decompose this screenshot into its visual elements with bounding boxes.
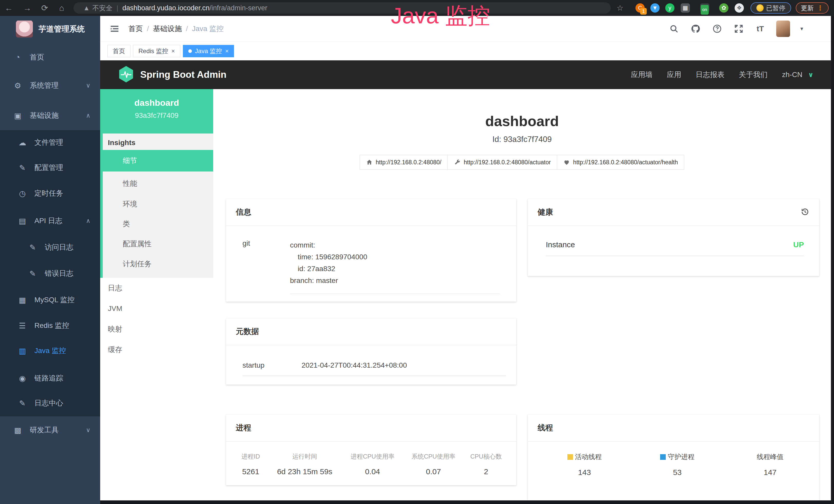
git-key: git [242, 239, 290, 294]
close-icon[interactable]: × [171, 47, 175, 55]
url-host[interactable]: dashboard.yudao.iocoder.cn [123, 4, 210, 12]
github-icon[interactable] [690, 23, 701, 35]
menu-item-metrics[interactable]: 性能 [103, 173, 213, 194]
sidebar-item-system[interactable]: ⚙ 系统管理 ∨ [0, 75, 100, 96]
threads-card-title: 线程 [537, 422, 553, 433]
font-size-icon[interactable]: tT [755, 23, 766, 35]
menu-item-classes[interactable]: 类 [103, 214, 213, 234]
profile-emoji-icon [756, 4, 764, 12]
sidebar-item-java-monitor[interactable]: ▥ Java 监控 [0, 340, 100, 361]
scrollbar[interactable] [831, 16, 834, 504]
menu-item-logging[interactable]: 日志 [100, 278, 213, 298]
insights-label: Insights [108, 136, 135, 150]
bookmark-star-icon[interactable]: ☆ [614, 2, 626, 14]
help-icon[interactable] [711, 23, 723, 35]
forward-icon[interactable]: → [22, 2, 33, 14]
sidebar-item-dev-tools[interactable]: ▩ 研发工具 ∨ [0, 420, 100, 440]
menu-item-jvm[interactable]: JVM [100, 298, 213, 319]
health-card: 健康 Instance UP [528, 199, 819, 276]
edit-icon: ✎ [17, 163, 28, 172]
sidebar-item-redis[interactable]: ☰ Redis 监控 [0, 315, 100, 336]
page-instance-id: Id: 93a3fc7f7409 [213, 135, 831, 144]
url-path[interactable]: /infra/admin-server [210, 4, 267, 12]
profile-paused-chip[interactable]: 已暂停 [750, 2, 791, 14]
language-caret-icon[interactable]: ∨ [808, 71, 813, 79]
sidebar-item-tracing[interactable]: ◉ 链路追踪 [0, 368, 100, 388]
back-icon[interactable]: ← [3, 2, 14, 14]
eye-icon: ◉ [17, 374, 28, 383]
sidebar-item-mysql[interactable]: ▦ MySQL 监控 [0, 290, 100, 310]
reload-icon[interactable]: ⟳ [39, 2, 50, 14]
chevron-down-icon: ∨ [86, 82, 90, 89]
tab-label: Java 监控 [195, 47, 222, 55]
sba-nav-about[interactable]: 关于我们 [739, 70, 768, 79]
security-label[interactable]: 不安全 [92, 4, 112, 13]
on-badge: on [701, 5, 709, 15]
sidebar-item-label: 研发工具 [30, 425, 59, 435]
breadcrumb-infra[interactable]: 基础设施 [153, 24, 182, 33]
health-url-button[interactable]: http://192.168.0.2:48080/actuator/health [557, 155, 684, 170]
actuator-url-button[interactable]: http://192.168.0.2:48080/actuator [447, 155, 557, 170]
process-card-title: 进程 [236, 422, 251, 433]
sba-logo-icon [119, 66, 134, 84]
chrome-update-button[interactable]: 更新 ⋮ [796, 2, 829, 14]
pin-extension-icon[interactable]: ▼ [650, 3, 660, 13]
browser-toolbar: ← → ⟳ ⌂ ▲ 不安全 | dashboard.yudao.iocoder.… [0, 0, 834, 16]
sidebar-item-jobs[interactable]: ◷ 定时任务 [0, 183, 100, 204]
menu-item-scheduled-tasks[interactable]: 计划任务 [103, 254, 213, 274]
tab-java-monitor[interactable]: Java 监控 × [183, 45, 234, 57]
sidebar-item-api-log[interactable]: ▤ API 日志 ∧ [0, 210, 100, 231]
menu-item-mappings[interactable]: 映射 [100, 319, 213, 339]
leaf-extension-icon[interactable]: ✿ [719, 3, 728, 13]
sba-nav-applications[interactable]: 应用 [667, 70, 681, 79]
screen: ← → ⟳ ⌂ ▲ 不安全 | dashboard.yudao.iocoder.… [0, 0, 834, 504]
home-icon[interactable]: ⌂ [56, 2, 67, 14]
sba-nav-journal[interactable]: 日志报表 [696, 70, 725, 79]
health-instance-label: Instance [546, 240, 575, 249]
sba-nav-wallboard[interactable]: 应用墙 [631, 70, 653, 79]
sba-brand[interactable]: Spring Boot Admin [140, 69, 226, 80]
extension-orange-icon[interactable]: C 1 [635, 3, 645, 13]
sidebar-item-infra[interactable]: ▣ 基础设施 ∧ [0, 105, 100, 126]
user-avatar[interactable] [776, 21, 790, 37]
row-divider [546, 256, 804, 256]
browser-menu-icon[interactable]: ⋮ [817, 4, 824, 12]
service-url-button[interactable]: http://192.168.0.2:48080/ [359, 155, 448, 170]
heart-icon [563, 159, 570, 166]
app-logo [16, 21, 33, 38]
sidebar-item-files[interactable]: ☁ 文件管理 [0, 132, 100, 153]
user-menu-caret-icon[interactable]: ▾ [800, 25, 803, 32]
tab-redis-monitor[interactable]: Redis 监控 × [133, 45, 180, 57]
sba-nav-language[interactable]: zh-CN [782, 71, 803, 79]
menu-item-environment[interactable]: 环境 [103, 194, 213, 214]
menu-item-caches[interactable]: 缓存 [100, 339, 213, 360]
live-threads-value: 143 [538, 468, 631, 477]
menu-item-details[interactable]: 细节 [103, 150, 213, 171]
tab-home[interactable]: 首页 [107, 45, 130, 57]
breadcrumb-home[interactable]: 首页 [128, 24, 143, 33]
fullscreen-icon[interactable] [733, 23, 744, 35]
sidebar-item-log-center[interactable]: ✎ 日志中心 [0, 393, 100, 413]
puzzle-extensions-icon[interactable]: ❖ [734, 3, 744, 13]
sidebar-item-error-log[interactable]: ✎ 错误日志 [0, 263, 100, 284]
note-edit-icon: ✎ [27, 243, 38, 252]
sidebar-item-config[interactable]: ✎ 配置管理 [0, 157, 100, 178]
tabs-extension-icon[interactable]: ☰ on [700, 3, 709, 13]
close-icon[interactable]: × [225, 47, 228, 55]
health-instance-row[interactable]: Instance UP [528, 226, 819, 249]
address-bar[interactable]: ▲ 不安全 | dashboard.yudao.iocoder.cn/infra… [73, 2, 611, 14]
grid-extension-icon[interactable]: ▦ [681, 3, 690, 13]
search-icon[interactable] [668, 23, 680, 35]
breadcrumb: 首页 / 基础设施 / Java 监控 [128, 16, 224, 42]
sidebar-item-access-log[interactable]: ✎ 访问日志 [0, 237, 100, 257]
app-logo-row[interactable]: 芋道管理系统 [0, 20, 100, 38]
y-extension-icon[interactable]: y [665, 3, 675, 13]
sidebar-item-home[interactable]: ◔ 首页 [0, 47, 100, 68]
status-badge: UP [793, 240, 804, 249]
menu-item-config-props[interactable]: 配置属性 [103, 234, 213, 254]
history-icon[interactable] [800, 207, 810, 217]
metadata-key: startup [242, 361, 302, 369]
instance-header[interactable]: dashboard 93a3fc7f7409 [100, 89, 213, 134]
hamburger-icon[interactable] [109, 24, 120, 35]
insights-section: Insights 细节 性能 环境 类 配置属性 计划任务 [100, 134, 213, 278]
